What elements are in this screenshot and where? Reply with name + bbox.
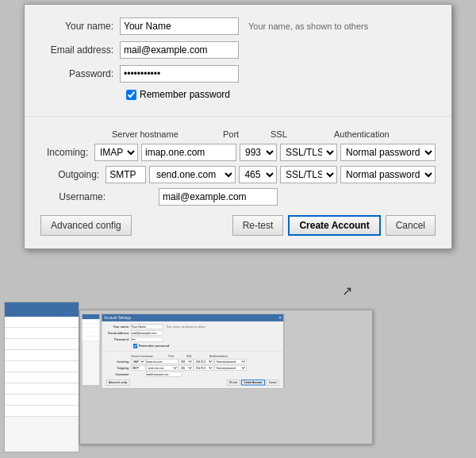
server-header-row: Server hostname Port SSL Authentication xyxy=(112,129,436,139)
background-screenshot: Account Settings ✕ Your name: Your name,… xyxy=(79,310,373,445)
your-name-label: Your name: xyxy=(40,21,120,32)
cancel-button[interactable]: Cancel xyxy=(386,215,436,236)
bg-sidebar-item-2 xyxy=(5,328,79,339)
bg-sidebar-title-bar xyxy=(5,302,79,317)
password-label: Password: xyxy=(40,68,120,79)
bg-sidebar-item-5 xyxy=(5,361,79,372)
account-setup-dialog: Your name: Your name, as shown to others… xyxy=(24,4,452,249)
outgoing-ssl-select[interactable]: SSL/TLS STARTTLS None xyxy=(280,166,337,183)
right-buttons: Re-test Create Account Cancel xyxy=(232,215,436,236)
incoming-ssl-select[interactable]: SSL/TLS STARTTLS None xyxy=(280,144,337,161)
outgoing-hostname-select[interactable]: send.one.com xyxy=(149,166,236,183)
bottom-section: Server hostname Port SSL Authentication … xyxy=(25,117,451,248)
auth-col-header: Authentication xyxy=(334,129,429,139)
bg-sidebar-item-3 xyxy=(5,339,79,350)
incoming-row: Incoming: IMAP POP3 993 143 SSL/TLS STAR… xyxy=(40,144,436,161)
create-account-button[interactable]: Create Account xyxy=(288,215,380,236)
username-input[interactable] xyxy=(159,188,278,206)
remember-checkbox[interactable] xyxy=(126,90,136,100)
email-label: Email address: xyxy=(40,44,120,56)
bg-sidebar-item-4 xyxy=(5,350,79,361)
outgoing-row: Outgoing: SMTP send.one.com 465 587 25 S… xyxy=(40,166,436,183)
bg-sidebar-item-1 xyxy=(5,317,79,328)
username-label: Username: xyxy=(40,191,112,202)
bg-sidebar-item-7 xyxy=(5,383,79,394)
email-row: Email address: xyxy=(40,41,436,59)
your-name-hint: Your name, as shown to others xyxy=(248,21,368,31)
incoming-hostname-input[interactable] xyxy=(141,144,236,161)
server-hostname-col-header: Server hostname xyxy=(112,129,223,139)
incoming-label: Incoming: xyxy=(40,147,94,158)
bg-sidebar-item-9 xyxy=(5,406,79,417)
ssl-col-header: SSL xyxy=(271,129,334,139)
outgoing-label: Outgoing: xyxy=(40,169,106,180)
bg-sidebar-item-6 xyxy=(5,372,79,383)
your-name-row: Your name: Your name, as shown to others xyxy=(40,17,436,35)
background-sidebar-window xyxy=(4,302,79,452)
outgoing-auth-select[interactable]: Normal password OAuth2 Encrypted passwor… xyxy=(340,166,436,183)
incoming-port-select[interactable]: 993 143 xyxy=(240,144,277,161)
incoming-protocol-select[interactable]: IMAP POP3 xyxy=(94,144,138,161)
cursor-indicator: ↗ xyxy=(342,283,352,298)
top-section: Your name: Your name, as shown to others… xyxy=(25,5,451,117)
retest-button[interactable]: Re-test xyxy=(232,215,284,236)
port-col-header: Port xyxy=(223,129,271,139)
remember-password-row: Remember password xyxy=(126,89,436,100)
your-name-input[interactable] xyxy=(120,17,239,35)
outgoing-protocol-label: SMTP xyxy=(106,166,146,183)
outgoing-port-select[interactable]: 465 587 25 xyxy=(239,166,277,183)
username-row: Username: xyxy=(40,188,436,206)
password-input[interactable] xyxy=(120,65,239,83)
password-row: Password: xyxy=(40,65,436,83)
remember-label[interactable]: Remember password xyxy=(140,89,230,100)
email-input[interactable] xyxy=(120,41,239,59)
button-row: Advanced config Re-test Create Account C… xyxy=(40,215,436,236)
incoming-auth-select[interactable]: Normal password OAuth2 Encrypted passwor… xyxy=(340,144,436,161)
bg-sidebar-item-8 xyxy=(5,394,79,406)
advanced-config-button[interactable]: Advanced config xyxy=(40,215,132,236)
